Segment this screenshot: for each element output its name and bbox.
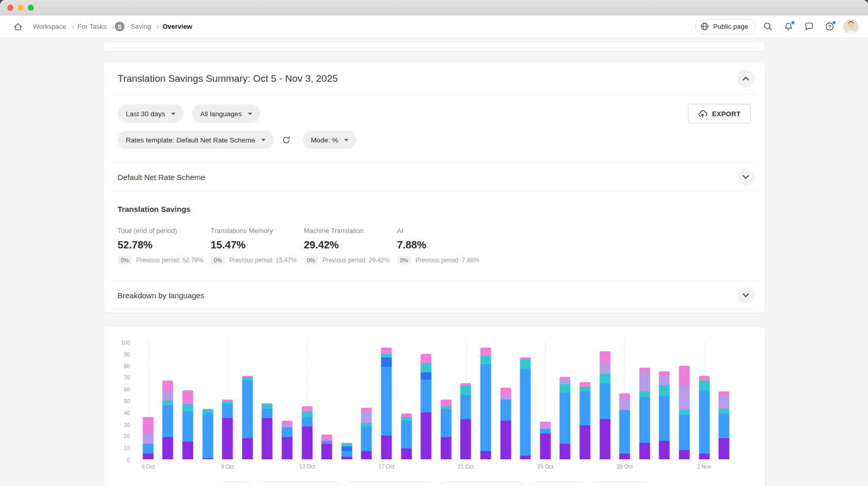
collapse-summary-button[interactable] — [737, 70, 755, 87]
zoom-window-button[interactable] — [28, 5, 34, 11]
rate-scheme-accordion[interactable]: Default Net Rate Scheme — [112, 163, 757, 191]
bar-column[interactable] — [396, 343, 416, 459]
bar-column[interactable] — [555, 343, 575, 459]
bar-column[interactable] — [575, 343, 595, 459]
stacked-bar[interactable] — [500, 388, 511, 459]
bar-column[interactable]: 29 Oct — [615, 343, 635, 459]
bar-column[interactable]: 25 Oct — [536, 343, 556, 459]
expand-breakdown-button[interactable] — [737, 286, 755, 304]
stacked-bar[interactable] — [281, 421, 292, 459]
stacked-bar[interactable] — [341, 443, 352, 459]
stacked-bar[interactable] — [699, 376, 710, 459]
bar-column[interactable] — [714, 343, 734, 459]
bar-column[interactable] — [495, 343, 516, 459]
bar-column[interactable] — [277, 343, 297, 459]
bar-column[interactable] — [198, 343, 218, 459]
bar-segment — [281, 427, 292, 437]
legend-item[interactable]: MT: Google Translate — [256, 481, 341, 486]
bar-column[interactable]: 2 Nov — [694, 343, 714, 459]
stacked-bar[interactable] — [520, 357, 531, 459]
bar-column[interactable] — [317, 343, 337, 459]
bar-column[interactable]: 5 Oct — [138, 343, 158, 459]
bar-column[interactable] — [158, 343, 178, 459]
bar-column[interactable] — [337, 343, 357, 459]
refresh-button[interactable] — [279, 132, 294, 148]
stacked-bar[interactable] — [440, 400, 451, 459]
legend-item[interactable]: AI: OpenAI — [529, 481, 585, 486]
bar-column[interactable]: 17 Oct — [377, 343, 397, 459]
bar-segment — [421, 372, 432, 380]
home-button[interactable] — [9, 18, 27, 35]
bar-column[interactable] — [476, 343, 496, 459]
stacked-bar[interactable] — [599, 351, 610, 459]
bar-segment — [281, 421, 292, 424]
notifications-button[interactable] — [780, 18, 797, 35]
breadcrumb-for-tasks[interactable]: For Tasks — [75, 21, 110, 32]
stacked-bar[interactable] — [143, 417, 153, 459]
breadcrumb-overview[interactable]: Overview — [160, 21, 196, 32]
mode-filter[interactable]: Mode: % — [303, 131, 357, 149]
rates-template-filter[interactable]: Rates template: Default Net Rate Scheme — [118, 131, 274, 149]
stacked-bar[interactable] — [480, 348, 491, 459]
breakdown-accordion[interactable]: Breakdown by languages — [112, 281, 757, 310]
stacked-bar[interactable] — [242, 376, 253, 459]
bar-column[interactable] — [654, 343, 675, 459]
bar-column[interactable] — [416, 343, 436, 459]
bar-column[interactable]: 9 Oct — [218, 343, 238, 459]
public-page-button[interactable]: Public page — [695, 19, 756, 34]
export-button[interactable]: EXPORT — [688, 104, 751, 123]
legend-item[interactable]: AI: Anthropic — [590, 481, 651, 486]
stacked-bar[interactable] — [619, 393, 630, 459]
stacked-bar[interactable] — [202, 409, 213, 459]
bar-column[interactable] — [595, 343, 615, 459]
stacked-bar[interactable] — [262, 403, 273, 459]
close-window-button[interactable] — [7, 5, 13, 11]
breadcrumb-saving[interactable]: Saving — [128, 21, 154, 32]
stat-label: AI — [397, 227, 490, 235]
bar-segment — [222, 404, 233, 418]
bar-column[interactable] — [635, 343, 655, 459]
stacked-bar[interactable] — [719, 391, 730, 459]
stacked-bar[interactable] — [579, 382, 590, 459]
stacked-bar[interactable] — [322, 435, 332, 459]
search-button[interactable] — [759, 18, 776, 35]
legend-item[interactable]: MT: DeepL Translator — [439, 481, 524, 486]
bar-column[interactable]: 21 Oct — [456, 343, 476, 459]
stacked-bar[interactable] — [460, 383, 471, 459]
bar-column[interactable] — [178, 343, 198, 459]
stacked-bar[interactable] — [182, 390, 193, 459]
bar-column[interactable] — [516, 343, 536, 459]
breadcrumb-workspace[interactable]: Workspace — [30, 21, 69, 32]
stacked-bar[interactable] — [361, 408, 372, 459]
savings-chart-card: 0102030405060708090100 5 Oct9 Oct13 Oct1… — [103, 327, 765, 486]
language-filter[interactable]: All languages — [192, 104, 260, 123]
stacked-bar[interactable] — [679, 366, 689, 459]
legend-item[interactable]: TM — [217, 481, 251, 486]
bar-segment — [381, 357, 392, 367]
stacked-bar[interactable] — [222, 400, 233, 459]
expand-rate-scheme-button[interactable] — [737, 168, 755, 186]
bar-column[interactable] — [257, 343, 277, 459]
stacked-bar[interactable] — [659, 371, 670, 459]
stacked-bar[interactable] — [639, 368, 650, 459]
bar-column[interactable] — [238, 343, 258, 459]
stacked-bar[interactable] — [381, 348, 392, 459]
date-range-filter[interactable]: Last 30 days — [118, 104, 184, 123]
chat-button[interactable] — [800, 18, 818, 35]
bar-segment — [619, 454, 630, 459]
stacked-bar[interactable] — [302, 406, 312, 459]
bar-column[interactable]: 13 Oct — [297, 343, 317, 459]
bar-column[interactable] — [357, 343, 377, 459]
stacked-bar[interactable] — [401, 413, 412, 459]
bar-segment — [719, 438, 730, 459]
stacked-bar[interactable] — [560, 377, 571, 459]
legend-item[interactable]: MT: Amazon Translate — [346, 481, 434, 486]
stacked-bar[interactable] — [540, 422, 551, 459]
bar-column[interactable] — [436, 343, 456, 459]
avatar[interactable] — [843, 19, 859, 34]
stacked-bar[interactable] — [163, 381, 173, 459]
help-button[interactable]: ? — [821, 18, 838, 35]
stacked-bar[interactable] — [421, 354, 432, 459]
minimize-window-button[interactable] — [17, 5, 24, 11]
bar-column[interactable] — [675, 343, 695, 459]
